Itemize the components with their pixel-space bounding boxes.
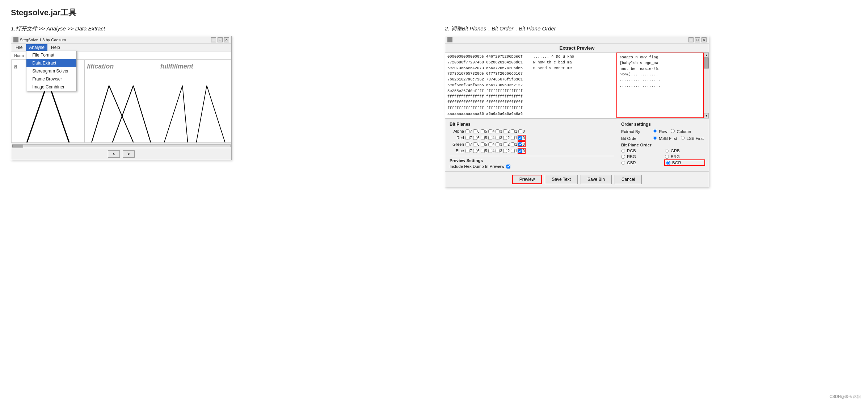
blue-6[interactable] xyxy=(473,149,477,153)
alpha-5[interactable] xyxy=(481,129,485,133)
dropdown-file-format[interactable]: File Format xyxy=(26,51,76,59)
bpo-bgr-radio[interactable] xyxy=(666,161,670,165)
red-6[interactable] xyxy=(473,136,477,140)
alpha-2[interactable] xyxy=(503,129,507,133)
right-panel: Order settings Extract By Row Column Bit… xyxy=(621,122,704,169)
scroll-track[interactable] xyxy=(12,144,231,147)
alpha-checks: 7 6 5 4 3 2 1 0 xyxy=(465,129,525,133)
next-button[interactable]: > xyxy=(123,150,135,158)
section1-title: 1.打开文件 >> Analyse >> Data Extract xyxy=(11,25,423,32)
extract-by-label: Extract By xyxy=(621,129,650,134)
app-icon2 xyxy=(447,37,452,42)
hex-preview: 000000000000005e 446f2075206b6e6f 772068… xyxy=(445,53,709,119)
dropdown-stereogram-solver[interactable]: Stereogram Solver xyxy=(26,67,76,75)
bpo-rgb-radio[interactable] xyxy=(621,149,625,153)
window2: ─ □ ✕ Extract Preview 000000000000005e 4… xyxy=(445,36,709,187)
dropdown-data-extract[interactable]: Data Extract xyxy=(26,59,76,67)
red-checks: 7 6 5 4 3 2 1 0 xyxy=(465,136,525,140)
bpo-gbr: GBR xyxy=(621,160,661,165)
red-7[interactable] xyxy=(465,136,469,140)
bpo-brg-radio[interactable] xyxy=(665,155,669,159)
red-1[interactable] xyxy=(511,136,515,140)
section1: 1.打开文件 >> Analyse >> Data Extract StegSo… xyxy=(11,25,423,160)
red-0[interactable] xyxy=(518,136,522,140)
green-6[interactable] xyxy=(473,142,477,146)
green-5[interactable] xyxy=(481,142,485,146)
green-2[interactable] xyxy=(503,142,507,146)
red-3[interactable] xyxy=(496,136,500,140)
blue-7[interactable] xyxy=(465,149,469,153)
minimize-button2[interactable]: ─ xyxy=(688,37,694,42)
bit-order-row: Bit Order MSB First LSB First xyxy=(621,136,704,141)
save-text-button[interactable]: Save Text xyxy=(545,175,577,184)
bpo-rgb: RGB xyxy=(621,149,661,153)
blue-5[interactable] xyxy=(481,149,485,153)
order-settings-title: Order settings xyxy=(621,122,704,127)
prev-button[interactable]: < xyxy=(108,150,120,158)
bpo-grb-radio[interactable] xyxy=(665,149,669,153)
scroll-down-btn[interactable]: ▼ xyxy=(704,113,709,118)
save-bin-button[interactable]: Save Bin xyxy=(581,175,612,184)
msb-first-radio[interactable] xyxy=(653,136,657,140)
bottom-buttons: Preview Save Text Save Bin Cancel xyxy=(445,171,709,187)
alpha-1[interactable] xyxy=(511,129,515,133)
red-5[interactable] xyxy=(481,136,485,140)
svg-line-8 xyxy=(194,86,207,142)
svg-line-6 xyxy=(161,86,182,142)
dropdown-frame-browser[interactable]: Frame Browser xyxy=(26,75,76,83)
green-3[interactable] xyxy=(496,142,500,146)
alpha-4[interactable] xyxy=(488,129,492,133)
alpha-7[interactable] xyxy=(465,129,469,133)
red-row: Red 7 6 5 4 3 2 1 0 xyxy=(450,136,614,140)
scroll-up-btn[interactable]: ▲ xyxy=(704,53,709,58)
blue-4[interactable] xyxy=(488,149,492,153)
extract-by-row: Extract By Row Column xyxy=(621,129,704,134)
alpha-6[interactable] xyxy=(473,129,477,133)
green-7[interactable] xyxy=(465,142,469,146)
bpo-gbr-radio[interactable] xyxy=(621,161,625,165)
window1-title: StegSolve 1.3 by Caesum xyxy=(20,38,66,42)
blue-3[interactable] xyxy=(496,149,500,153)
bit-planes-title: Bit Planes xyxy=(450,122,614,127)
cancel-button[interactable]: Cancel xyxy=(615,175,642,184)
norm-label: Norm xyxy=(13,53,25,58)
horizontal-scrollbar[interactable] xyxy=(11,143,231,148)
blue-0[interactable] xyxy=(518,149,522,153)
maximize-button[interactable]: □ xyxy=(218,37,223,42)
include-hex-checkbox[interactable] xyxy=(506,165,510,169)
red-2[interactable] xyxy=(503,136,507,140)
green-0[interactable] xyxy=(518,142,522,146)
vertical-scrollbar[interactable]: ▲ ▼ xyxy=(704,53,709,118)
include-hex-label: Include Hex Dump In Preview xyxy=(450,164,504,169)
lsb-first-radio[interactable] xyxy=(681,136,685,140)
blue-2[interactable] xyxy=(503,149,507,153)
bpo-rbg-radio[interactable] xyxy=(621,155,625,159)
green-4[interactable] xyxy=(488,142,492,146)
alpha-3[interactable] xyxy=(496,129,500,133)
dropdown-image-combiner[interactable]: Image Combiner xyxy=(26,83,76,91)
bpo-grb: GRB xyxy=(665,149,704,153)
extract-preview-title: Extract Preview xyxy=(445,44,709,53)
close-button[interactable]: ✕ xyxy=(224,37,229,42)
menu-analyse[interactable]: Analyse xyxy=(26,44,47,51)
green-1[interactable] xyxy=(511,142,515,146)
extract-by-row-radio[interactable] xyxy=(653,129,657,133)
blue-1[interactable] xyxy=(511,149,515,153)
hex-col2: ....... ^ Do u kno w how th e bad ma n s… xyxy=(531,53,617,118)
menu-file[interactable]: File xyxy=(13,44,25,51)
scroll-thumb[interactable] xyxy=(12,145,23,148)
extract-by-col-radio[interactable] xyxy=(671,129,675,133)
menu-help[interactable]: Help xyxy=(48,44,63,51)
red-4[interactable] xyxy=(488,136,492,140)
minimize-button[interactable]: ─ xyxy=(211,37,216,42)
green-label: Green xyxy=(450,142,464,146)
scroll-v-thumb[interactable] xyxy=(704,58,709,68)
alpha-0[interactable] xyxy=(518,129,522,133)
alpha-label: Alpha xyxy=(450,129,464,133)
maximize-button2[interactable]: □ xyxy=(695,37,700,42)
section2: 2. 调整Bit Planes，Bit Order，Bit Plane Orde… xyxy=(445,25,857,187)
close-button2[interactable]: ✕ xyxy=(701,37,707,42)
analyse-dropdown: File Format Data Extract Stereogram Solv… xyxy=(26,51,77,91)
hex-col3: ssages n ow? flag {babylsb stego_ca nnot… xyxy=(616,53,704,118)
preview-button[interactable]: Preview xyxy=(512,175,542,184)
